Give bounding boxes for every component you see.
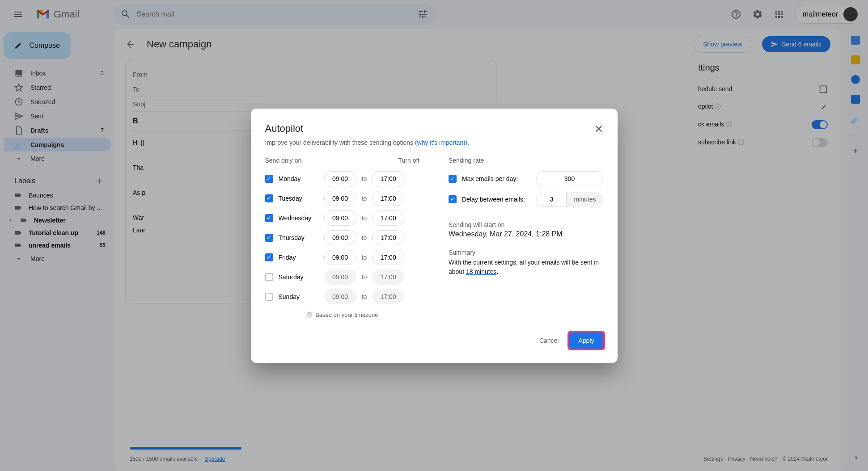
day-checkbox[interactable]: ✓ bbox=[265, 253, 273, 261]
day-label: Saturday bbox=[279, 273, 319, 281]
close-button[interactable]: ✕ bbox=[594, 123, 603, 135]
time-to-input[interactable] bbox=[372, 289, 404, 304]
summary-text: With the current settings, all your emai… bbox=[449, 258, 603, 277]
modal-title: Autopilot bbox=[265, 123, 304, 135]
to-word: to bbox=[362, 234, 367, 241]
delay-checkbox[interactable]: ✓ bbox=[449, 195, 457, 203]
time-to-input[interactable] bbox=[372, 230, 404, 245]
apply-button[interactable]: Apply bbox=[569, 332, 603, 349]
autopilot-modal: Autopilot ✕ Improve your deliverability … bbox=[251, 109, 618, 363]
time-to-input[interactable] bbox=[372, 210, 404, 226]
globe-icon bbox=[306, 311, 313, 318]
sending-rate-label: Sending rate bbox=[449, 157, 484, 164]
time-from-input[interactable] bbox=[324, 250, 356, 265]
to-word: to bbox=[362, 195, 367, 202]
time-to-input[interactable] bbox=[372, 191, 404, 206]
day-checkbox[interactable]: ✓ bbox=[265, 234, 273, 242]
day-label: Wednesday bbox=[279, 214, 319, 222]
summary-duration: 18 minutes bbox=[466, 268, 496, 275]
modal-overlay: Autopilot ✕ Improve your deliverability … bbox=[0, 0, 868, 471]
cancel-button[interactable]: Cancel bbox=[532, 332, 566, 349]
time-from-input[interactable] bbox=[324, 210, 356, 226]
rate-section: Sending rate ✓ Max emails per day: ✓ Del… bbox=[449, 157, 603, 318]
delay-unit[interactable]: minutes bbox=[567, 192, 603, 207]
day-row-monday: ✓ Monday to bbox=[265, 171, 420, 186]
delay-label: Delay between emails: bbox=[462, 196, 531, 203]
day-checkbox[interactable]: ✓ bbox=[265, 194, 273, 202]
time-from-input[interactable] bbox=[324, 230, 356, 245]
to-word: to bbox=[362, 273, 367, 281]
time-from-input[interactable] bbox=[324, 191, 356, 206]
turn-off-link[interactable]: Turn off bbox=[398, 157, 419, 164]
to-word: to bbox=[362, 214, 367, 222]
day-row-sunday: Sunday to bbox=[265, 289, 420, 304]
time-to-input[interactable] bbox=[372, 171, 404, 186]
summary-label: Summary bbox=[449, 249, 603, 256]
start-date: Wednesday, Mar 27, 2024, 1:28 PM bbox=[449, 230, 603, 238]
day-checkbox[interactable]: ✓ bbox=[265, 175, 273, 183]
day-label: Monday bbox=[279, 175, 319, 182]
schedule-section: Send only on Turn off ✓ Monday to ✓ Tues… bbox=[265, 157, 435, 318]
max-emails-checkbox[interactable]: ✓ bbox=[449, 175, 457, 183]
timezone-info: Based on your timezone bbox=[265, 311, 420, 318]
to-word: to bbox=[362, 175, 367, 182]
day-checkbox[interactable]: ✓ bbox=[265, 214, 273, 222]
modal-subtitle: Improve your deliverability with these s… bbox=[265, 139, 603, 146]
day-row-thursday: ✓ Thursday to bbox=[265, 230, 420, 245]
time-to-input[interactable] bbox=[372, 269, 404, 285]
day-label: Sunday bbox=[279, 293, 319, 300]
time-from-input[interactable] bbox=[324, 289, 356, 304]
time-from-input[interactable] bbox=[324, 269, 356, 285]
day-row-friday: ✓ Friday to bbox=[265, 250, 420, 265]
send-only-on-label: Send only on bbox=[265, 157, 302, 164]
day-checkbox[interactable] bbox=[265, 293, 273, 301]
to-word: to bbox=[362, 293, 367, 300]
day-row-saturday: Saturday to bbox=[265, 269, 420, 285]
day-row-wednesday: ✓ Wednesday to bbox=[265, 210, 420, 226]
max-emails-label: Max emails per day: bbox=[462, 175, 531, 182]
time-to-input[interactable] bbox=[372, 250, 404, 265]
max-emails-input[interactable] bbox=[536, 171, 603, 186]
to-word: to bbox=[362, 254, 367, 261]
day-label: Friday bbox=[279, 254, 319, 261]
day-row-tuesday: ✓ Tuesday to bbox=[265, 191, 420, 206]
start-label: Sending will start on bbox=[449, 221, 603, 228]
day-label: Thursday bbox=[279, 234, 319, 241]
day-checkbox[interactable] bbox=[265, 273, 273, 281]
time-from-input[interactable] bbox=[324, 171, 356, 186]
delay-input[interactable] bbox=[536, 192, 567, 207]
day-label: Tuesday bbox=[279, 195, 319, 202]
why-important-link[interactable]: (why it's important) bbox=[415, 139, 467, 146]
